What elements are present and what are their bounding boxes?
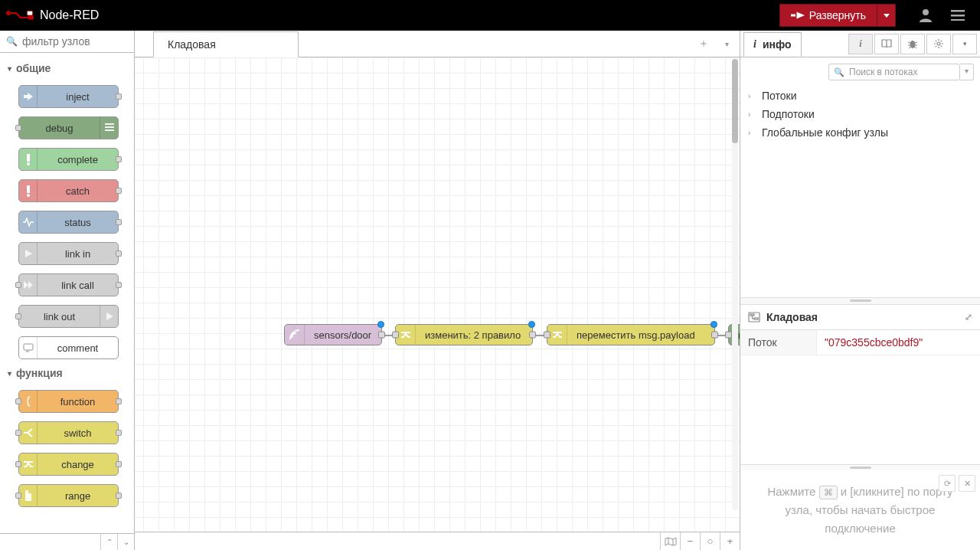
palette-node-link-in[interactable]: link in: [18, 242, 119, 265]
inject-icon: [23, 91, 34, 102]
node-output-port[interactable]: [529, 332, 536, 339]
node-port: [15, 313, 21, 319]
svg-rect-25: [750, 314, 754, 316]
bug-icon: [908, 39, 917, 49]
palette-node-comment[interactable]: comment: [18, 336, 119, 359]
status-icon: [23, 218, 34, 227]
node-output-port[interactable]: [378, 332, 385, 339]
palette-node-inject[interactable]: inject: [18, 85, 119, 108]
kbd-shortcut: ⌘: [819, 486, 838, 499]
chevron-right-icon: ›: [748, 129, 756, 137]
node-input-port[interactable]: [544, 332, 550, 339]
tip-refresh-button[interactable]: ⟳: [939, 475, 956, 492]
sidebar-btn-config[interactable]: [926, 34, 951, 54]
change-icon: [400, 329, 411, 340]
main-menu-button[interactable]: [942, 0, 974, 31]
node-port: [116, 219, 122, 225]
tip-close-button[interactable]: ✕: [959, 475, 975, 492]
workspace: Кладовая ＋ ▾ sensors/door: [135, 31, 740, 550]
node-port: [116, 398, 122, 404]
sidebar-splitter[interactable]: [740, 297, 980, 305]
link-out-icon: [105, 312, 114, 321]
palette-node-link-out[interactable]: link out: [18, 305, 119, 328]
deploy-button[interactable]: Развернуть: [779, 4, 877, 27]
palette-node-link-call[interactable]: link call: [18, 273, 119, 296]
chevron-right-icon: ›: [748, 92, 756, 100]
svg-rect-1: [28, 15, 34, 20]
palette-category-common[interactable]: ▾ общие: [0, 59, 134, 77]
palette-category-function[interactable]: ▾ функция: [0, 364, 134, 382]
info-sidebar: i инфо i ▾ 🔍 Поиск в потоках ▾ › Потоки: [740, 31, 980, 550]
node-port: [116, 430, 122, 436]
deploy-menu-caret[interactable]: [877, 4, 896, 27]
sidebar-search-options[interactable]: ▾: [960, 64, 974, 80]
palette-filter-input[interactable]: [22, 35, 128, 47]
node-port: [15, 493, 21, 499]
deploy-icon: [791, 11, 805, 20]
flow-list-button[interactable]: ▾: [717, 34, 737, 54]
node-palette: 🔍 ▾ общие inject debug: [0, 31, 135, 550]
node-port: [15, 398, 21, 404]
sidebar-search[interactable]: 🔍 Поиск в потоках: [828, 64, 960, 80]
zoom-reset-button[interactable]: ○: [700, 532, 720, 551]
palette-node-change[interactable]: change: [18, 453, 119, 476]
caret-down-icon: [884, 14, 890, 18]
change-icon: [552, 329, 563, 340]
tree-item-global-config[interactable]: › Глобальные конфиг узлы: [746, 123, 974, 142]
sidebar-splitter-bottom[interactable]: [740, 464, 980, 470]
zoom-out-button[interactable]: −: [680, 532, 700, 551]
palette-node-complete[interactable]: complete: [18, 148, 119, 171]
search-icon: 🔍: [6, 36, 18, 47]
tree-item-flows[interactable]: › Потоки: [746, 87, 974, 105]
navigator-button[interactable]: [660, 532, 680, 551]
node-port: [116, 250, 122, 257]
node-input-port[interactable]: [392, 332, 399, 339]
expand-icon[interactable]: ⤢: [965, 312, 972, 322]
tree-item-subflows[interactable]: › Подпотоки: [746, 105, 974, 123]
node-port: [15, 461, 21, 467]
flow-node-change-1[interactable]: изменить: 2 правило: [395, 324, 533, 345]
svg-point-0: [6, 11, 11, 15]
map-icon: [665, 537, 677, 546]
canvas-scrollbar[interactable]: [732, 59, 738, 510]
node-input-port[interactable]: [725, 332, 732, 339]
double-chevron-up-icon: ⌃: [106, 538, 113, 546]
sidebar-btn-debug[interactable]: [900, 34, 925, 54]
plus-icon: ＋: [698, 37, 709, 51]
svg-rect-6: [951, 15, 965, 17]
deploy-label: Развернуть: [809, 9, 866, 21]
svg-rect-3: [791, 15, 795, 17]
palette-node-status[interactable]: status: [18, 211, 119, 234]
node-port: [116, 282, 122, 288]
flow-node-change-2[interactable]: переместить msg.payload: [547, 324, 715, 345]
flow-detail-row: Поток "079c355cbce0bdf9": [740, 330, 980, 355]
zoom-in-button[interactable]: +: [720, 532, 740, 551]
svg-rect-17: [25, 490, 28, 501]
refresh-icon: ⟳: [944, 479, 951, 488]
svg-rect-26: [754, 318, 758, 319]
svg-rect-16: [24, 344, 33, 350]
add-flow-button[interactable]: ＋: [694, 34, 714, 54]
palette-expand-button[interactable]: ⌄: [117, 534, 134, 550]
palette-node-range[interactable]: range: [18, 484, 119, 507]
minus-icon: −: [688, 535, 694, 547]
svg-rect-7: [951, 19, 965, 21]
flow-node-mqtt-in[interactable]: sensors/door: [284, 324, 382, 345]
palette-node-switch[interactable]: switch: [18, 421, 119, 444]
node-output-port[interactable]: [711, 332, 718, 339]
palette-search[interactable]: 🔍: [0, 31, 134, 53]
detail-label: Поток: [740, 330, 817, 355]
sidebar-btn-info[interactable]: i: [848, 34, 873, 54]
link-in-icon: [24, 249, 33, 258]
palette-node-debug[interactable]: debug: [18, 116, 119, 139]
flow-tab-active[interactable]: Кладовая: [153, 31, 299, 57]
palette-node-catch[interactable]: catch: [18, 179, 119, 202]
palette-collapse-button[interactable]: ⌃: [100, 534, 117, 550]
palette-node-function[interactable]: function: [18, 390, 119, 413]
flow-canvas[interactable]: sensors/door изменить: 2 правило перемес…: [135, 57, 740, 532]
sidebar-tab-info[interactable]: i инфо: [743, 32, 802, 57]
user-menu-button[interactable]: [910, 0, 942, 31]
range-icon: [24, 490, 33, 501]
sidebar-btn-more[interactable]: ▾: [952, 34, 977, 54]
sidebar-btn-help[interactable]: [874, 34, 899, 54]
